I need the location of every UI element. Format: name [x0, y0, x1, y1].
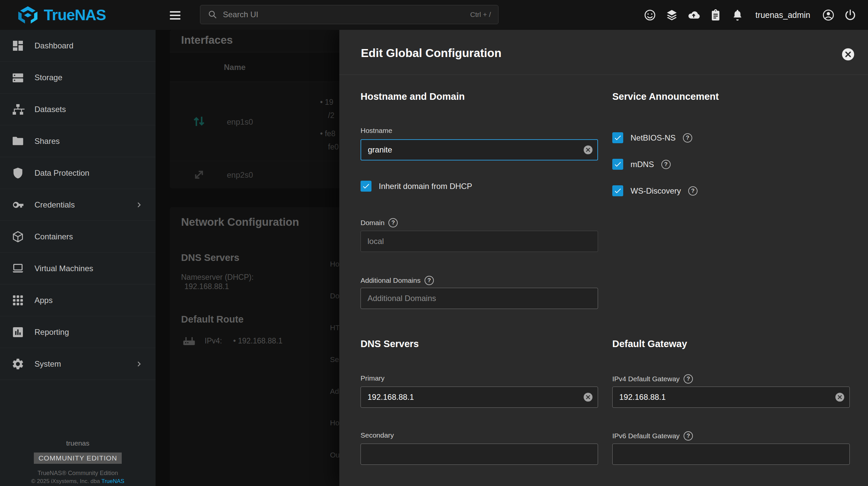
chevron-right-icon	[134, 200, 144, 210]
sidebar-item-label: Datasets	[34, 105, 66, 114]
default-gateway-heading: Default Gateway	[612, 338, 687, 349]
panel-right-column: Service Announcement NetBIOS-NS mDNS WS-…	[612, 30, 850, 486]
shield-icon	[11, 166, 25, 180]
clear-icon[interactable]	[583, 144, 593, 155]
sidebar-item-system[interactable]: System	[0, 348, 156, 380]
ipv4-gateway-field-wrap	[612, 387, 850, 408]
sidebar-item-shares[interactable]: Shares	[0, 125, 156, 157]
sidebar-item-label: Dashboard	[34, 41, 73, 51]
sidebar-item-label: Data Protection	[34, 168, 89, 178]
storage-icon	[11, 71, 25, 84]
topbar-actions: truenas_admin	[644, 0, 857, 30]
sidebar-item-label: Shares	[34, 137, 60, 146]
ipv6-gateway-label: IPv6 Default Gateway	[612, 431, 693, 441]
sidebar-item-label: Containers	[34, 232, 73, 241]
truenas-logo-mark-icon	[17, 6, 38, 24]
checkbox-checked[interactable]	[361, 181, 371, 192]
sidebar: Dashboard Storage Datasets Shares Data P…	[0, 30, 156, 486]
sidebar-item-label: Virtual Machines	[34, 264, 93, 273]
edition-badge: COMMUNITY EDITION	[34, 453, 122, 464]
laptop-icon	[11, 262, 25, 275]
username[interactable]: truenas_admin	[755, 10, 810, 20]
sidebar-item-dashboard[interactable]: Dashboard	[0, 30, 156, 62]
apps-grid-icon	[11, 294, 25, 307]
search-input[interactable]: Search UI Ctrl + /	[200, 5, 498, 24]
primary-dns-input[interactable]	[361, 387, 598, 408]
cloud-sync-icon[interactable]	[687, 9, 700, 22]
chevron-right-icon	[134, 359, 144, 369]
inherit-domain-checkbox-row: Inherit domain from DHCP	[361, 181, 472, 192]
sidebar-item-datasets[interactable]: Datasets	[0, 94, 156, 125]
topbar: TrueNAS Search UI Ctrl + / truenas_admin	[0, 0, 868, 30]
help-icon[interactable]	[688, 186, 698, 196]
menu-icon[interactable]	[168, 8, 182, 22]
mdns-label: mDNS	[630, 160, 654, 169]
help-icon[interactable]	[684, 374, 693, 384]
user-avatar-icon[interactable]	[822, 9, 835, 22]
service-announcement-heading: Service Announcement	[612, 91, 719, 102]
help-icon[interactable]	[683, 133, 692, 142]
help-icon[interactable]	[661, 160, 671, 169]
ws-discovery-label: WS-Discovery	[630, 186, 681, 196]
sidebar-item-credentials[interactable]: Credentials	[0, 189, 156, 221]
checkup-stacks-icon[interactable]	[665, 9, 678, 22]
dns-servers-heading: DNS Servers	[361, 338, 419, 349]
truenas-logo: TrueNAS	[17, 0, 106, 30]
sidebar-item-label: Apps	[34, 296, 53, 305]
domain-label: Domain	[361, 218, 398, 227]
help-icon[interactable]	[425, 276, 434, 285]
ws-discovery-checkbox-row: WS-Discovery	[612, 185, 698, 196]
checkbox-checked[interactable]	[612, 159, 623, 170]
ipv6-gateway-field-wrap	[612, 444, 850, 465]
logo-text: TrueNAS	[44, 6, 106, 24]
help-icon[interactable]	[684, 431, 693, 441]
secondary-dns-input[interactable]	[361, 444, 598, 465]
search-placeholder: Search UI	[223, 10, 465, 19]
hostname-input[interactable]	[361, 139, 598, 160]
clear-icon[interactable]	[583, 392, 593, 402]
domain-input[interactable]	[361, 231, 598, 252]
search-icon	[208, 10, 218, 20]
hostname-field-wrap	[361, 139, 598, 160]
edit-global-configuration-panel: Edit Global Configuration Hostname and D…	[339, 30, 868, 486]
help-icon[interactable]	[389, 218, 398, 227]
sidebar-item-virtual-machines[interactable]: Virtual Machines	[0, 253, 156, 285]
sidebar-item-label: Credentials	[34, 200, 74, 209]
sidebar-item-label: Storage	[34, 73, 62, 82]
sidebar-item-containers[interactable]: Containers	[0, 221, 156, 253]
secondary-dns-field-wrap	[361, 444, 598, 465]
jobs-clipboard-icon[interactable]	[709, 9, 722, 22]
ipv6-gateway-input[interactable]	[612, 444, 850, 465]
copyright-text: © 2025 iXsystems, Inc. dba TrueNAS	[0, 478, 156, 485]
sidebar-item-storage[interactable]: Storage	[0, 62, 156, 94]
additional-domains-label: Additional Domains	[361, 276, 434, 285]
sidebar-item-data-protection[interactable]: Data Protection	[0, 157, 156, 189]
copyright-link[interactable]: TrueNAS	[101, 478, 124, 484]
ipv4-gateway-input[interactable]	[612, 387, 850, 408]
power-icon[interactable]	[844, 9, 857, 22]
inherit-domain-label: Inherit domain from DHCP	[379, 182, 472, 191]
domain-field-wrap	[361, 231, 598, 252]
checkbox-checked[interactable]	[612, 132, 623, 143]
hostname-label: Hostname	[361, 127, 392, 135]
primary-dns-label: Primary	[361, 374, 384, 382]
folder-icon	[11, 135, 25, 148]
checkbox-checked[interactable]	[612, 185, 623, 196]
clear-icon[interactable]	[835, 392, 845, 402]
sidebar-footer: truenas COMMUNITY EDITION TrueNAS® Commu…	[0, 439, 156, 485]
cube-icon	[11, 230, 25, 243]
hostname-and-domain-heading: Hostname and Domain	[361, 91, 465, 102]
search-shortcut-hint: Ctrl + /	[470, 10, 491, 19]
sidebar-item-apps[interactable]: Apps	[0, 285, 156, 316]
netbios-label: NetBIOS-NS	[630, 133, 676, 142]
primary-dns-field-wrap	[361, 387, 598, 408]
feedback-smiley-icon[interactable]	[644, 9, 656, 22]
dashboard-icon	[11, 39, 25, 53]
bar-chart-icon	[11, 326, 25, 339]
additional-domains-input[interactable]	[361, 288, 598, 309]
panel-left-column: Hostname and Domain Hostname Inherit dom…	[361, 30, 598, 486]
ipv4-gateway-label: IPv4 Default Gateway	[612, 374, 693, 384]
alerts-bell-icon[interactable]	[731, 9, 744, 22]
sidebar-item-reporting[interactable]: Reporting	[0, 316, 156, 348]
system-hostname: truenas	[0, 439, 156, 447]
